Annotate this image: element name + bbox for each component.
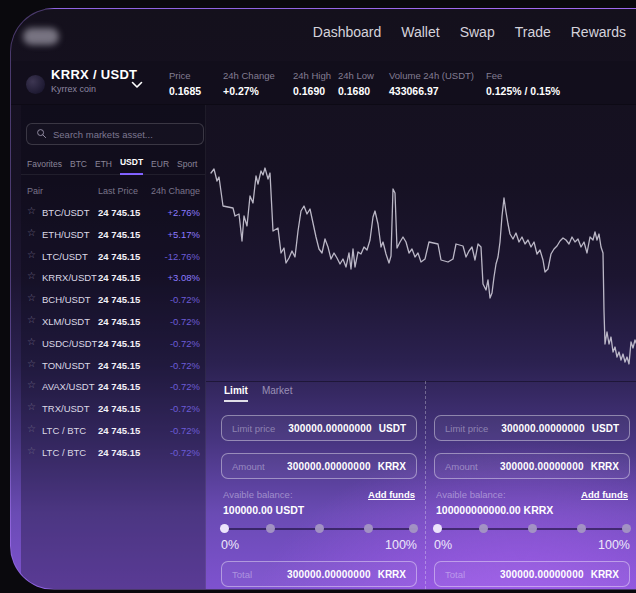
table-row[interactable]: ☆LTC / BTC24 745.15-0.72%: [21, 420, 205, 442]
nav-item-trade[interactable]: Trade: [515, 24, 551, 40]
tab-usdt[interactable]: USDT: [120, 157, 143, 175]
page: Dashboard Wallet Swap Trade Rewards KRRX…: [0, 0, 636, 593]
table-row[interactable]: ☆LTC/USDT24 745.15-12.76%: [21, 246, 205, 268]
tab-eth[interactable]: ETH: [95, 159, 112, 175]
table-row[interactable]: ☆TON/USDT24 745.15-0.72%: [21, 355, 205, 377]
slider-min-label: 0%: [434, 538, 452, 552]
nav-item-swap[interactable]: Swap: [460, 24, 495, 40]
stat-24h-change: 24h Change +0.27%: [223, 70, 275, 97]
logo: [23, 28, 59, 45]
tab-favorites[interactable]: Favorites: [27, 159, 62, 175]
slider-step[interactable]: [479, 524, 488, 533]
price-line: [211, 168, 636, 364]
star-icon[interactable]: ☆: [27, 446, 36, 456]
amount-input[interactable]: Amount 300000.00000000KRRX: [434, 453, 630, 479]
coin-icon: [26, 75, 45, 94]
stat-price: Price 0.1685: [169, 70, 201, 97]
tabs-divider: [21, 174, 205, 175]
slider-min-label: 0%: [221, 538, 239, 552]
slider-step[interactable]: [577, 524, 586, 533]
star-icon[interactable]: ☆: [27, 359, 36, 369]
slider-handle[interactable]: [220, 524, 229, 533]
markets-panel: Search markets asset... Favorites BTC ET…: [21, 105, 206, 590]
nav-item-dashboard[interactable]: Dashboard: [313, 24, 382, 40]
nav-items: Dashboard Wallet Swap Trade Rewards: [313, 9, 626, 55]
slider-step[interactable]: [409, 524, 418, 533]
order-form-right: Limit price 300000.00000000USDT Amount 3…: [434, 385, 630, 587]
table-row[interactable]: ☆USDC/USDT24 745.15-0.72%: [21, 333, 205, 355]
total-input[interactable]: Total 300000.00000000KRRX: [221, 561, 417, 587]
tab-market[interactable]: Market: [262, 385, 293, 400]
stat-fee: Fee 0.125% / 0.15%: [486, 70, 560, 97]
add-funds-link[interactable]: Add funds: [581, 489, 628, 500]
pair-title[interactable]: KRRX / USDT: [51, 67, 137, 82]
order-type-tabs: Limit Market: [221, 385, 417, 409]
stat-volume: Volume 24h (USDT) 433066.97: [389, 70, 474, 97]
chevron-down-icon[interactable]: [131, 75, 143, 93]
limit-price-input[interactable]: Limit price 300000.00000000USDT: [434, 415, 630, 441]
table-row[interactable]: ☆BCH/USDT24 745.15-0.72%: [21, 289, 205, 311]
forms-top-divider: [206, 381, 636, 382]
star-icon[interactable]: ☆: [27, 271, 36, 281]
amount-slider[interactable]: [221, 524, 417, 533]
table-row[interactable]: ☆AVAX/USDT24 745.15-0.72%: [21, 376, 205, 398]
stat-value: 0.1690: [293, 85, 331, 97]
star-icon[interactable]: ☆: [27, 315, 36, 325]
star-icon[interactable]: ☆: [27, 206, 36, 216]
star-icon[interactable]: ☆: [27, 228, 36, 238]
star-icon[interactable]: ☆: [27, 337, 36, 347]
tab-eur[interactable]: EUR: [151, 159, 169, 175]
col-24h-change: 24h Change: [151, 186, 200, 196]
limit-price-input[interactable]: Limit price 300000.00000000USDT: [221, 415, 417, 441]
star-icon[interactable]: ☆: [27, 402, 36, 412]
available-balance-label: Avaible balance:: [436, 489, 506, 500]
pair-header: KRRX / USDT Kyrrex coin Price 0.1685 24h…: [11, 61, 636, 105]
app-window: Dashboard Wallet Swap Trade Rewards KRRX…: [10, 8, 636, 590]
slider-max-label: 100%: [598, 538, 630, 552]
slider-step[interactable]: [364, 524, 373, 533]
tab-limit[interactable]: Limit: [224, 385, 248, 402]
table-row[interactable]: ☆XLM/USDT24 745.15-0.72%: [21, 311, 205, 333]
star-icon[interactable]: ☆: [27, 380, 36, 390]
forms-divider: [425, 381, 426, 589]
total-input[interactable]: Total 300000.00000000KRRX: [434, 561, 630, 587]
table-row[interactable]: ☆TRX/USDT24 745.15-0.72%: [21, 398, 205, 420]
slider-step[interactable]: [266, 524, 275, 533]
search-icon: [36, 125, 47, 143]
price-chart: [206, 111, 636, 381]
search-input[interactable]: Search markets asset...: [26, 123, 204, 145]
star-icon[interactable]: ☆: [27, 293, 36, 303]
slider-max-label: 100%: [385, 538, 417, 552]
slider-step[interactable]: [528, 524, 537, 533]
table-row[interactable]: ☆LTC / BTC24 745.15-0.72%: [21, 442, 205, 464]
amount-input[interactable]: Amount 300000.00000000KRRX: [221, 453, 417, 479]
slider-step[interactable]: [622, 524, 631, 533]
col-last-price: Last Price: [98, 186, 138, 196]
stat-24h-high: 24h High 0.1690: [293, 70, 331, 97]
slider-handle[interactable]: [433, 524, 442, 533]
stat-label: 24h High: [293, 70, 331, 81]
star-icon[interactable]: ☆: [27, 250, 36, 260]
coin-subtitle: Kyrrex coin: [51, 84, 96, 94]
table-row[interactable]: ☆ETH/USDT24 745.15+5.17%: [21, 224, 205, 246]
table-row[interactable]: ☆BTC/USDT24 745.15+2.76%: [21, 202, 205, 224]
star-icon[interactable]: ☆: [27, 424, 36, 434]
stat-label: 24h Change: [223, 70, 275, 81]
stat-value: 433066.97: [389, 85, 474, 97]
available-balance-value: 100000000000.00 KRRX: [434, 504, 630, 516]
amount-slider[interactable]: [434, 524, 630, 533]
stat-label: Fee: [486, 70, 560, 81]
slider-step[interactable]: [315, 524, 324, 533]
nav-item-wallet[interactable]: Wallet: [401, 24, 439, 40]
nav-item-rewards[interactable]: Rewards: [571, 24, 626, 40]
tab-sport[interactable]: Sport: [177, 159, 197, 175]
stat-value: 0.1685: [169, 85, 201, 97]
tab-btc[interactable]: BTC: [70, 159, 87, 175]
table-row[interactable]: ☆KRRX/USDT24 745.15+3.08%: [21, 267, 205, 289]
stat-24h-low: 24h Low 0.1680: [338, 70, 374, 97]
market-rows: ☆BTC/USDT24 745.15+2.76% ☆ETH/USDT24 745…: [21, 202, 205, 464]
add-funds-link[interactable]: Add funds: [368, 489, 415, 500]
stat-label: 24h Low: [338, 70, 374, 81]
stat-value: 0.125% / 0.15%: [486, 85, 560, 97]
available-balance-label: Avaible balance:: [223, 489, 293, 500]
